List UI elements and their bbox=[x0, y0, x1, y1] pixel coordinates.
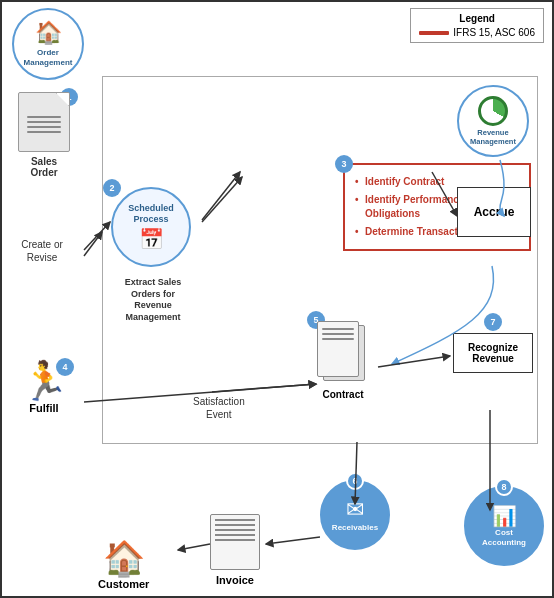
contract-doc-front bbox=[317, 321, 359, 377]
invoice-icon bbox=[210, 514, 260, 570]
recognize-revenue-badge: 7 bbox=[484, 313, 502, 331]
inv-line3 bbox=[215, 529, 255, 531]
receivables-envelope-icon: ✉ bbox=[346, 497, 364, 523]
sales-order-icon bbox=[18, 92, 70, 152]
main-process-box: 2 ScheduledProcess 📅 Extract SalesOrders… bbox=[102, 76, 538, 444]
recognize-revenue: 7 RecognizeRevenue bbox=[453, 313, 533, 373]
revenue-management-circle: RevenueManagement bbox=[457, 85, 529, 157]
contract-doc-line3 bbox=[322, 338, 354, 340]
legend-title: Legend bbox=[419, 13, 535, 24]
contract-icon-stack bbox=[317, 321, 369, 385]
accrue-box: Accrue bbox=[457, 187, 531, 237]
contract-doc-line2 bbox=[322, 333, 354, 335]
contract-doc: 5 Contract bbox=[317, 321, 369, 400]
revenue-mgmt-label: RevenueManagement bbox=[470, 128, 516, 146]
diagram-container: Legend IFRS 15, ASC 606 🏠 OrderManagemen… bbox=[0, 0, 554, 598]
sales-order-label: SalesOrder bbox=[30, 156, 57, 178]
legend: Legend IFRS 15, ASC 606 bbox=[410, 8, 544, 43]
doc-lines bbox=[19, 105, 69, 140]
cost-accounting-icon: 📊 bbox=[492, 504, 517, 528]
receivables-label: Receivables bbox=[332, 523, 378, 533]
order-management-circle: 🏠 OrderManagement bbox=[12, 8, 84, 80]
doc-line-2 bbox=[27, 121, 61, 123]
fulfill-badge: 4 bbox=[56, 358, 74, 376]
inv-line4 bbox=[215, 534, 255, 536]
create-revise-label: Create or Revise bbox=[6, 238, 78, 264]
fulfill-label: Fulfill bbox=[29, 402, 58, 414]
legend-item: IFRS 15, ASC 606 bbox=[419, 27, 535, 38]
invoice-label: Invoice bbox=[216, 574, 254, 586]
order-mgmt-icon: 🏠 bbox=[35, 20, 62, 46]
inv-line1 bbox=[215, 519, 255, 521]
legend-line-icon bbox=[419, 31, 449, 35]
customer-label: Customer bbox=[98, 578, 149, 590]
legend-item-label: IFRS 15, ASC 606 bbox=[453, 27, 535, 38]
scheduled-process-icon: 📅 bbox=[139, 227, 164, 251]
satisfaction-event-label: SatisfactionEvent bbox=[193, 395, 245, 421]
doc-line-4 bbox=[27, 131, 61, 133]
fulfill-box: 4 🏃 Fulfill bbox=[6, 362, 82, 414]
svg-line-12 bbox=[178, 544, 210, 550]
receivables-badge: 6 bbox=[346, 472, 364, 490]
contract-doc-line1 bbox=[322, 328, 354, 330]
contract-label: Contract bbox=[322, 389, 363, 400]
scheduled-process-circle: 2 ScheduledProcess 📅 bbox=[111, 187, 191, 267]
doc-line-3 bbox=[27, 126, 61, 128]
recognize-revenue-box: RecognizeRevenue bbox=[453, 333, 533, 373]
accrue-label: Accrue bbox=[474, 205, 515, 219]
svg-line-2 bbox=[84, 232, 102, 256]
invoice-box: Invoice bbox=[210, 514, 260, 586]
red-box-badge: 3 bbox=[335, 155, 353, 173]
order-mgmt-label: OrderManagement bbox=[24, 48, 73, 67]
extract-label: Extract SalesOrders forRevenueManagement bbox=[103, 277, 203, 324]
scheduled-process-label: ScheduledProcess bbox=[128, 203, 174, 225]
doc-line-1 bbox=[27, 116, 61, 118]
svg-line-11 bbox=[266, 537, 320, 544]
receivables-circle: 6 ✉ Receivables bbox=[320, 480, 390, 550]
cost-accounting-circle: 8 📊 CostAccounting bbox=[464, 486, 544, 566]
scheduled-process-badge: 2 bbox=[103, 179, 121, 197]
cost-accounting-label: CostAccounting bbox=[482, 528, 526, 547]
inv-line2 bbox=[215, 524, 255, 526]
sales-order-doc: 1 SalesOrder bbox=[6, 92, 82, 178]
revenue-mgmt-pie-icon bbox=[478, 96, 508, 126]
customer-building-icon: 🏠 bbox=[103, 538, 145, 578]
cost-accounting-badge: 8 bbox=[495, 478, 513, 496]
inv-line5 bbox=[215, 539, 255, 541]
customer-box: 🏠 Customer bbox=[98, 538, 149, 590]
